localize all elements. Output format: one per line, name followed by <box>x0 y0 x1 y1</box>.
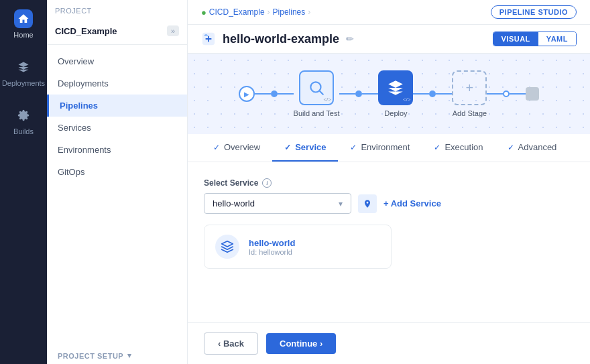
sidebar-project-label: Project <box>47 0 187 21</box>
breadcrumb-project[interactable]: CICD_Example <box>209 7 265 17</box>
nav-rail-label-deployments: Deployments <box>2 79 45 87</box>
check-icon-overview: ✓ <box>213 143 220 152</box>
stage-node-deploy: </> <box>378 70 413 105</box>
flow-dot-3 <box>429 90 436 97</box>
add-service-link[interactable]: + Add Service <box>384 198 441 208</box>
info-icon: i <box>262 178 272 188</box>
pipeline-name: hello-world-example <box>223 32 339 46</box>
main-content: ● CICD_Example › Pipelines › PIPELINE ST… <box>188 0 590 364</box>
nav-rail-item-deployments[interactable]: Deployments <box>0 48 47 97</box>
end-node <box>526 87 539 101</box>
stage-build[interactable]: </> Build and Test <box>294 70 340 117</box>
sidebar-item-overview[interactable]: Overview <box>47 50 187 72</box>
pipeline-title-left: hello-world-example ✏ <box>201 32 354 46</box>
stage-node-add[interactable]: + <box>452 70 487 105</box>
footer-buttons: ‹ Back Continue › <box>188 322 590 364</box>
flow-line-6 <box>436 93 452 95</box>
view-toggle-yaml[interactable]: YAML <box>538 32 576 46</box>
chevron-down-icon: ▾ <box>127 351 132 360</box>
service-select[interactable]: hello-world ▾ <box>204 193 351 214</box>
breadcrumb-sep1: › <box>268 7 270 17</box>
service-info: hello-world Id: helloworld <box>249 238 295 256</box>
breadcrumb-pipelines[interactable]: Pipelines <box>273 7 306 17</box>
flow-line-8 <box>510 93 526 95</box>
flow-line-3 <box>339 93 355 95</box>
service-id: Id: helloworld <box>249 248 295 256</box>
deployments-icon <box>14 58 33 76</box>
tab-overview[interactable]: ✓ Overview <box>201 134 272 162</box>
flow-dot-2 <box>355 90 362 97</box>
sidebar-project-name: CICD_Example <box>55 26 117 36</box>
check-icon-execution: ✓ <box>434 143 440 152</box>
pipeline-title-bar: hello-world-example ✏ VISUAL YAML <box>188 25 590 54</box>
stage-add[interactable]: + Add Stage <box>452 70 487 117</box>
check-icon-environment: ✓ <box>350 143 357 152</box>
svg-point-2 <box>310 82 320 92</box>
flow-dot-1 <box>271 90 278 97</box>
builds-icon <box>14 106 33 125</box>
sidebar-section-project-setup: PROJECT SETUP ▾ <box>47 345 187 364</box>
pipeline-icon <box>201 32 216 46</box>
sidebar-item-deployments[interactable]: Deployments <box>47 72 187 95</box>
breadcrumb-check-icon: ● <box>201 7 206 17</box>
pin-button[interactable] <box>358 194 377 213</box>
breadcrumb: ● CICD_Example › Pipelines › <box>201 7 310 17</box>
view-toggle-visual[interactable]: VISUAL <box>493 32 538 46</box>
stage-node-build: </> <box>299 70 334 105</box>
nav-rail-item-builds[interactable]: Builds <box>0 97 47 145</box>
service-name[interactable]: hello-world <box>249 238 295 248</box>
flow-line-5 <box>413 93 429 95</box>
select-row: hello-world ▾ + Add Service <box>204 193 574 214</box>
start-node: ▶ <box>239 86 255 102</box>
flow-line-4 <box>362 93 378 95</box>
stage-deploy[interactable]: </> Deploy <box>378 70 413 117</box>
chevron-down-icon: ▾ <box>339 199 343 208</box>
flow-dot-end-outline <box>503 90 510 97</box>
sidebar-item-environments[interactable]: Environments <box>47 139 187 161</box>
view-toggle: VISUAL YAML <box>493 32 577 46</box>
tab-section: ✓ Overview ✓ Service ✓ Environment ✓ Exe… <box>188 134 590 162</box>
pipeline-flow: ▶ </> Build and Test </> <box>239 70 540 117</box>
back-button[interactable]: ‹ Back <box>204 332 258 355</box>
stage-label-build: Build and Test <box>294 109 340 117</box>
stage-label-add: Add Stage <box>453 109 487 117</box>
tabs: ✓ Overview ✓ Service ✓ Environment ✓ Exe… <box>188 134 590 162</box>
start-arrow-icon: ▶ <box>244 90 249 98</box>
nav-rail-label-builds: Builds <box>13 127 34 135</box>
flow-line-2 <box>278 93 294 95</box>
check-icon-advanced: ✓ <box>508 143 514 152</box>
home-icon <box>14 9 33 28</box>
breadcrumb-sep2: › <box>308 7 310 17</box>
tab-advanced[interactable]: ✓ Advanced <box>495 134 569 162</box>
sidebar-nav: Overview Deployments Pipelines Services … <box>47 45 187 345</box>
check-icon-service: ✓ <box>284 143 291 152</box>
flow-line-7 <box>487 93 503 95</box>
edit-icon[interactable]: ✏ <box>346 34 354 44</box>
stage-label-deploy: Deploy <box>384 109 407 117</box>
plus-icon: + <box>466 80 474 96</box>
sidebar-item-gitops[interactable]: GitOps <box>47 161 187 183</box>
nav-rail-item-home[interactable]: Home <box>0 0 47 48</box>
pipeline-studio-badge: PIPELINE STUDIO <box>491 5 577 19</box>
sidebar-item-pipelines[interactable]: Pipelines <box>47 95 187 117</box>
select-service-label: Select Service i <box>204 178 574 188</box>
nav-rail-label-home: Home <box>13 31 33 39</box>
pipeline-canvas: ▶ </> Build and Test </> <box>188 54 590 134</box>
tab-environment[interactable]: ✓ Environment <box>338 134 422 162</box>
sidebar-item-services[interactable]: Services <box>47 117 187 139</box>
sidebar-project-arrow[interactable]: » <box>167 25 179 36</box>
tab-service[interactable]: ✓ Service <box>272 134 338 162</box>
flow-line-1 <box>255 93 271 95</box>
sidebar: Project CICD_Example » Overview Deployme… <box>47 0 188 364</box>
header: ● CICD_Example › Pipelines › PIPELINE ST… <box>188 0 590 25</box>
continue-button[interactable]: Continue › <box>266 333 336 354</box>
nav-rail: Home Deployments Builds <box>0 0 47 364</box>
service-card: hello-world Id: helloworld <box>204 225 392 269</box>
form-area: Select Service i hello-world ▾ + Add Ser… <box>188 162 590 322</box>
service-icon <box>215 235 239 259</box>
sidebar-project-selector[interactable]: CICD_Example » <box>47 21 187 45</box>
tab-execution[interactable]: ✓ Execution <box>422 134 495 162</box>
